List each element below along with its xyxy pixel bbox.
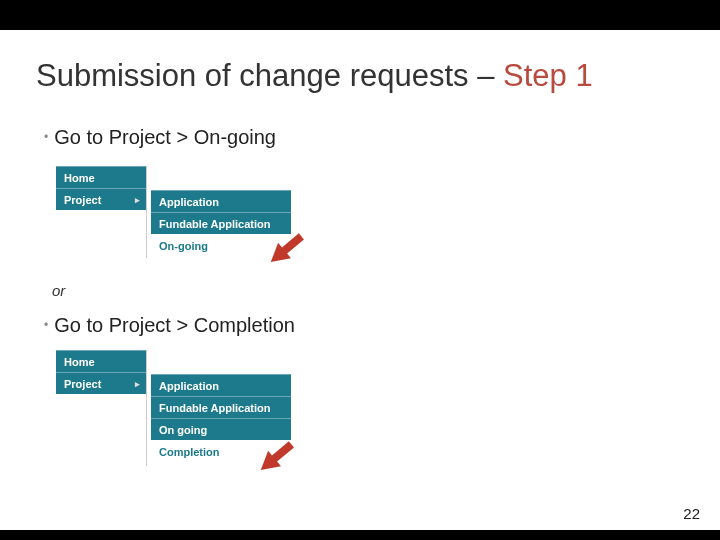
chevron-right-icon: ▸ bbox=[135, 373, 140, 395]
menu-label: On going bbox=[159, 424, 207, 436]
bullet-1-text: Go to Project > On-going bbox=[54, 126, 276, 148]
bullet-dot-icon: • bbox=[44, 318, 48, 332]
menu-label: Project bbox=[64, 378, 101, 390]
menu-screenshot-1: Home Project ▸ Application Fundable Appl… bbox=[56, 166, 296, 258]
slide: Submission of change requests – Step 1 •… bbox=[0, 30, 720, 530]
menu1-left-home[interactable]: Home bbox=[56, 166, 146, 188]
menu-label: Home bbox=[64, 356, 95, 368]
menu2-left-col: Home Project ▸ bbox=[56, 350, 146, 394]
chevron-right-icon: ▸ bbox=[135, 189, 140, 211]
menu-label: Home bbox=[64, 172, 95, 184]
menu2-right-ongoing[interactable]: On going bbox=[151, 418, 291, 440]
menu2-right-application[interactable]: Application bbox=[151, 374, 291, 396]
menu2-right-fundable[interactable]: Fundable Application bbox=[151, 396, 291, 418]
menu-label: Fundable Application bbox=[159, 218, 270, 230]
menu-divider bbox=[146, 166, 147, 258]
svg-marker-1 bbox=[254, 438, 297, 478]
menu-label: Application bbox=[159, 380, 219, 392]
menu-label: On-going bbox=[159, 240, 208, 252]
title-main: Submission of change requests – bbox=[36, 58, 503, 93]
menu2-left-home[interactable]: Home bbox=[56, 350, 146, 372]
page-number: 22 bbox=[683, 505, 700, 522]
bullet-1: •Go to Project > On-going bbox=[44, 126, 276, 149]
menu1-left-project[interactable]: Project ▸ bbox=[56, 188, 146, 210]
bullet-2: •Go to Project > Completion bbox=[44, 314, 295, 337]
slide-title: Submission of change requests – Step 1 bbox=[36, 58, 593, 94]
menu-label: Project bbox=[64, 194, 101, 206]
bullet-2-text: Go to Project > Completion bbox=[54, 314, 295, 336]
title-accent: Step 1 bbox=[503, 58, 593, 93]
or-label: or bbox=[52, 282, 65, 299]
svg-marker-0 bbox=[264, 230, 307, 270]
menu-label: Application bbox=[159, 196, 219, 208]
menu1-right-application[interactable]: Application bbox=[151, 190, 291, 212]
menu-label: Fundable Application bbox=[159, 402, 270, 414]
menu-label: Completion bbox=[159, 446, 220, 458]
pointer-arrow-icon bbox=[252, 438, 312, 484]
bullet-dot-icon: • bbox=[44, 130, 48, 144]
menu1-left-col: Home Project ▸ bbox=[56, 166, 146, 210]
menu2-left-project[interactable]: Project ▸ bbox=[56, 372, 146, 394]
menu-divider bbox=[146, 350, 147, 466]
pointer-arrow-icon bbox=[262, 230, 322, 276]
